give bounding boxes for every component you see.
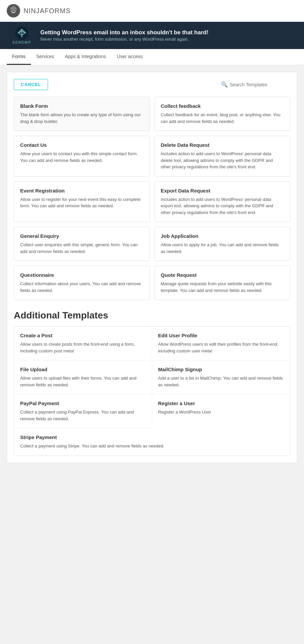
sendwp-text: Getting WordPress email into an inbox sh… [40, 29, 294, 42]
ninja-forms-logo-icon [7, 4, 20, 17]
additional-template-title: PayPal Payment [20, 400, 146, 406]
sendwp-logo: SENDWP [10, 27, 34, 44]
additional-template-desc: Allow users to create posts from the fro… [20, 341, 146, 354]
sendwp-main-line: Getting WordPress email into an inbox sh… [40, 29, 294, 36]
additional-grid: Create a Post Allow users to create post… [14, 326, 290, 456]
additional-template-desc: Collect a payment using PayPal Express. … [20, 409, 146, 422]
template-title: Blank Form [20, 103, 143, 109]
template-title: General Enquiry [20, 233, 143, 239]
additional-template-title: File Upload [20, 367, 146, 372]
template-title: Questionnaire [20, 272, 143, 278]
additional-template-desc: Register a WordPress User [158, 409, 284, 416]
logo-bold: NINJA [24, 7, 45, 14]
template-card[interactable]: Blank Form The blank form allows you to … [14, 97, 150, 131]
search-box: 🔍 [221, 81, 290, 88]
template-panel: CANCEL 🔍 Blank Form The blank form allow… [7, 72, 297, 463]
additional-template-title: Edit User Profile [158, 333, 284, 338]
additional-card[interactable]: Edit User Profile Allow WordPress users … [152, 327, 290, 360]
template-desc: Manage quote requests from your website … [161, 281, 284, 294]
template-desc: Includes action to add users to WordPres… [161, 151, 284, 170]
svg-point-5 [14, 7, 16, 9]
template-desc: Includes action to add users to WordPres… [161, 196, 284, 216]
additional-card[interactable]: File Upload Allow users to upload files … [14, 360, 152, 394]
search-icon: 🔍 [221, 81, 228, 88]
template-desc: Collect information about your users. Yo… [20, 281, 143, 294]
tab-apps-integrations[interactable]: Apps & Integrations [59, 49, 111, 65]
nav-tabs: Forms Services Apps & Integrations User … [0, 49, 304, 65]
additional-template-title: Create a Post [20, 333, 146, 338]
sendwp-banner[interactable]: SENDWP Getting WordPress email into an i… [0, 22, 304, 49]
template-desc: Collect user enquiries with this simple,… [20, 242, 143, 255]
template-card[interactable]: Job Application Allow users to apply for… [155, 227, 291, 261]
template-card[interactable]: General Enquiry Collect user enquiries w… [14, 227, 150, 261]
template-card[interactable]: Collect feedback Collect feedback for an… [155, 97, 291, 131]
tab-user-access[interactable]: User access [112, 49, 148, 65]
template-card[interactable]: Questionnaire Collect information about … [14, 266, 150, 300]
additional-template-title: MailChimp Signup [158, 367, 284, 372]
template-desc: The blank form allows you to create any … [20, 112, 143, 125]
cancel-button[interactable]: CANCEL [14, 79, 48, 90]
sendwp-label: SENDWP [12, 41, 31, 44]
template-title: Delete Data Request [161, 142, 284, 148]
template-card[interactable]: Event Registration Allow user to registe… [14, 181, 150, 222]
template-title: Collect feedback [161, 103, 284, 109]
additional-template-title: Register a User [158, 400, 284, 406]
sendwp-icon [15, 27, 29, 40]
additional-template-title: Stripe Payment [20, 434, 284, 440]
additional-section-title: Additional Templates [14, 310, 290, 321]
main-content: CANCEL 🔍 Blank Form The blank form allow… [0, 65, 304, 470]
template-grid: Blank Form The blank form allows you to … [14, 97, 290, 300]
template-title: Export Data Request [161, 188, 284, 194]
template-title: Contact Us [20, 142, 143, 148]
additional-templates-section: Additional Templates Create a Post Allow… [14, 310, 290, 456]
search-input[interactable] [230, 82, 290, 87]
svg-point-4 [11, 7, 12, 9]
site-logo-text: NINJAFORMS [24, 7, 71, 15]
logo-normal: FORMS [45, 7, 71, 14]
additional-template-desc: Allow users to upload files with their f… [20, 375, 146, 388]
additional-card[interactable]: Register a User Register a WordPress Use… [152, 394, 290, 428]
panel-topbar: CANCEL 🔍 [14, 79, 290, 90]
template-desc: Collect feedback for an event, blog post… [161, 112, 284, 125]
additional-template-desc: Add a user to a list in MailChimp. You c… [158, 375, 284, 388]
template-desc: Allow user to register for your next eve… [20, 196, 143, 209]
tab-services[interactable]: Services [31, 49, 60, 65]
top-header: NINJAFORMS [0, 0, 304, 22]
additional-card[interactable]: Stripe Payment Collect a payment using S… [14, 428, 290, 456]
additional-template-desc: Allow WordPress users to edit their prof… [158, 341, 284, 354]
template-title: Job Application [161, 233, 284, 239]
template-title: Quote Request [161, 272, 284, 278]
template-card[interactable]: Quote Request Manage quote requests from… [155, 266, 291, 300]
template-card[interactable]: Delete Data Request Includes action to a… [155, 136, 291, 177]
template-title: Event Registration [20, 188, 143, 194]
template-desc: Allow your users to contact you with thi… [20, 151, 143, 164]
tab-forms[interactable]: Forms [7, 49, 31, 65]
additional-card[interactable]: Create a Post Allow users to create post… [14, 327, 152, 360]
additional-card[interactable]: PayPal Payment Collect a payment using P… [14, 394, 152, 428]
template-card[interactable]: Export Data Request Includes action to a… [155, 181, 291, 222]
sendwp-sub-line: Never miss another receipt, form submiss… [40, 37, 294, 42]
additional-card[interactable]: MailChimp Signup Add a user to a list in… [152, 360, 290, 394]
template-card[interactable]: Contact Us Allow your users to contact y… [14, 136, 150, 177]
additional-template-desc: Collect a payment using Stripe. You can … [20, 443, 284, 449]
template-desc: Allow users to apply for a job. You can … [161, 242, 284, 255]
